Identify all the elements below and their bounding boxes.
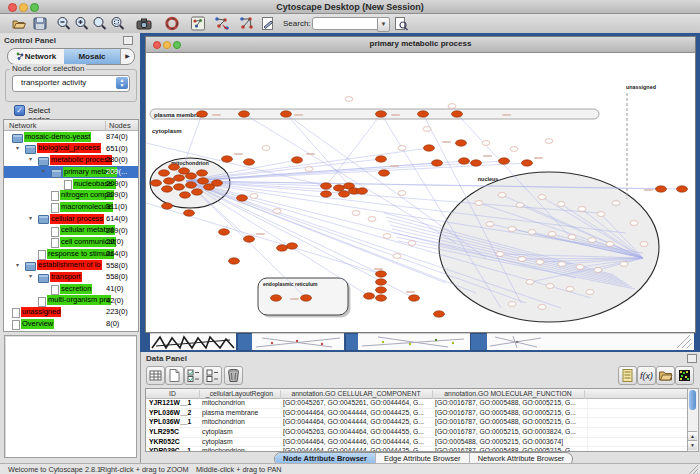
pale-node[interactable] (352, 211, 360, 216)
tab-overflow-arrow[interactable]: ▶ (120, 49, 134, 64)
gene-node[interactable] (277, 245, 288, 251)
column-header-3[interactable]: annotation.GO MOLECULAR_FUNCTION (432, 390, 585, 399)
tree-item-overview[interactable]: Overview8(0) (4, 318, 138, 330)
expand-arrow-icon[interactable]: ▾ (29, 271, 32, 283)
pale-node[interactable] (588, 238, 596, 243)
zoom-region-icon[interactable] (92, 16, 108, 31)
column-header-0[interactable]: ID (146, 390, 200, 399)
search-dropdown-arrow-icon[interactable]: ▼ (377, 17, 390, 32)
gene-node[interactable] (287, 243, 298, 249)
pale-node[interactable] (546, 284, 554, 289)
background-window-3[interactable] (358, 333, 470, 350)
function-fx-icon[interactable]: f(x) (637, 366, 656, 385)
table-row[interactable]: YPL036W__2plasma membrane[GO:0044464, GO… (146, 409, 687, 419)
tree-item-cellular-process[interactable]: ▾cellular process614(0) (4, 213, 138, 225)
birds-eye-view-panel[interactable] (4, 335, 137, 458)
zoom-fit-icon[interactable] (110, 16, 126, 31)
zoom-out-icon[interactable] (56, 16, 72, 31)
notes-pad-icon[interactable] (618, 366, 637, 385)
pale-node[interactable] (475, 201, 483, 206)
tree-item-multi-organism-pro[interactable]: multi-organism pro42(0) (4, 295, 138, 307)
tree-item-response-to-stimulu[interactable]: response to stimulu264(0) (4, 248, 138, 260)
open-folder-icon[interactable] (11, 16, 27, 31)
tree-item-label[interactable]: biological_process (37, 143, 101, 153)
gene-node[interactable] (456, 140, 467, 146)
expand-arrow-icon[interactable]: ▾ (16, 260, 19, 272)
gene-node[interactable] (197, 111, 208, 117)
snapshot-camera-icon[interactable] (136, 16, 152, 31)
gene-node[interactable] (656, 186, 667, 192)
select-attributes-checklist-icon[interactable] (184, 366, 203, 385)
tree-item-mosaic-demo-yeast[interactable]: mosaic-demo-yeast874(0) (4, 131, 138, 143)
expand-arrow-icon[interactable]: ▾ (16, 143, 19, 155)
tree-item-primary-metabo[interactable]: ▾primary metabo209(... (4, 166, 138, 178)
pale-node[interactable] (273, 209, 281, 214)
pale-node[interactable] (528, 230, 536, 235)
tree-item-label[interactable]: mosaic-demo-yeast (24, 132, 91, 142)
gene-node[interactable] (164, 178, 175, 184)
gene-node[interactable] (244, 159, 255, 165)
pale-node[interactable] (482, 141, 490, 146)
pale-node[interactable] (568, 235, 576, 240)
apply-layout-b-icon[interactable] (238, 16, 254, 31)
gene-node[interactable] (162, 186, 173, 192)
tree-item-label[interactable]: response to stimulu (47, 249, 114, 259)
pale-node[interactable] (498, 193, 506, 198)
pale-node[interactable] (486, 222, 494, 227)
pale-node[interactable] (536, 260, 544, 265)
search-options-icon[interactable] (393, 16, 409, 31)
gene-node[interactable] (186, 182, 197, 188)
gene-node[interactable] (339, 191, 350, 197)
annotation-doc-icon[interactable] (260, 16, 276, 31)
gene-node[interactable] (281, 111, 292, 117)
gene-node[interactable] (198, 178, 209, 184)
gene-node[interactable] (239, 111, 250, 117)
zoom-in-icon[interactable] (74, 16, 90, 31)
tree-item-label[interactable]: Overview (21, 319, 54, 329)
pale-node[interactable] (408, 241, 416, 246)
gene-node[interactable] (321, 183, 332, 189)
float-data-panel-icon[interactable] (687, 354, 697, 363)
gene-node[interactable] (192, 189, 203, 195)
help-ring-icon[interactable] (164, 16, 180, 31)
background-window-4[interactable] (487, 333, 545, 350)
unselect-attributes-checklist-icon[interactable] (203, 366, 222, 385)
pale-node[interactable] (630, 221, 638, 226)
pale-node[interactable] (508, 227, 516, 232)
pale-node[interactable] (393, 254, 401, 259)
tree-item-label[interactable]: macromolecule (60, 202, 113, 212)
tree-item-unassigned[interactable]: unassigned223(0) (4, 306, 138, 318)
pale-node[interactable] (538, 305, 546, 310)
save-disk-icon[interactable] (32, 16, 48, 31)
gene-node[interactable] (459, 158, 470, 164)
matrix-heatmap-icon[interactable] (675, 366, 694, 385)
pale-node[interactable] (558, 262, 566, 267)
gene-node[interactable] (376, 295, 387, 301)
gene-node[interactable] (677, 186, 688, 192)
gene-node[interactable] (186, 173, 197, 179)
gene-node[interactable] (180, 192, 191, 198)
table-scrollbar-thumb[interactable] (689, 390, 696, 410)
network-window-titlebar[interactable]: primary metabolic process (146, 37, 695, 53)
tree-item-label[interactable]: establishment of lo (37, 260, 102, 270)
pale-node[interactable] (640, 242, 648, 247)
tree-item-label[interactable]: cellular process (50, 214, 104, 224)
column-header-1[interactable]: _cellularLayoutRegion (199, 390, 281, 399)
tree-column-network[interactable]: Network (9, 121, 37, 130)
float-panel-icon[interactable] (123, 36, 133, 45)
gene-node[interactable] (212, 180, 223, 186)
scroll-down-icon[interactable]: ▼ (688, 440, 697, 450)
attribute-grid-icon[interactable] (146, 366, 165, 385)
expand-arrow-icon[interactable]: ▾ (42, 166, 45, 178)
gene-node[interactable] (174, 184, 185, 190)
search-input[interactable] (312, 17, 380, 30)
pale-node[interactable] (262, 146, 270, 151)
pale-node[interactable] (516, 203, 524, 208)
gene-node[interactable] (244, 236, 255, 242)
node-color-dropdown[interactable]: transporter activity ▲▼ (12, 75, 130, 92)
gene-node[interactable] (219, 229, 230, 235)
tree-item-label[interactable]: multi-organism pro (47, 295, 111, 305)
tree-item-nucleobase-[interactable]: nucleobase-209(0) (4, 178, 138, 190)
gene-node[interactable] (174, 175, 185, 181)
gene-node[interactable] (169, 164, 180, 170)
